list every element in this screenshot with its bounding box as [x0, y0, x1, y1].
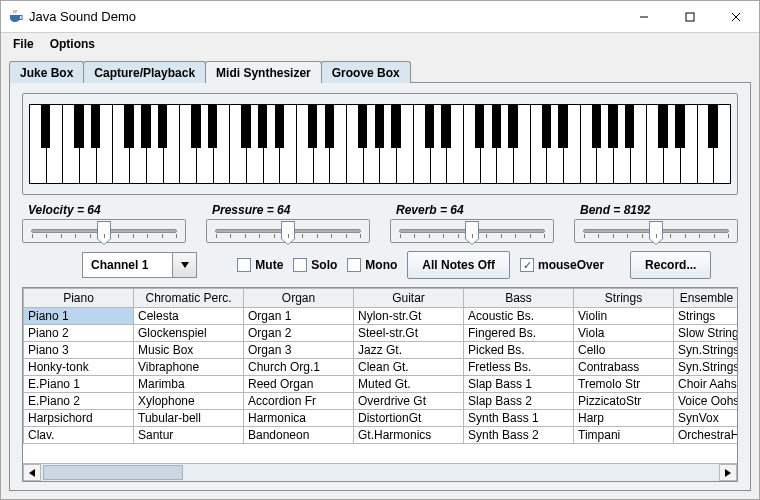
- table-cell[interactable]: Accordion Fr: [244, 393, 354, 410]
- table-cell[interactable]: Gt.Harmonics: [354, 427, 464, 444]
- table-cell[interactable]: Contrabass: [574, 359, 674, 376]
- table-cell[interactable]: Fingered Bs.: [464, 325, 574, 342]
- menu-file[interactable]: File: [7, 35, 40, 53]
- scroll-track[interactable]: [41, 464, 719, 481]
- column-header[interactable]: Piano: [24, 289, 134, 308]
- table-cell[interactable]: Xylophone: [134, 393, 244, 410]
- black-key[interactable]: [258, 105, 267, 148]
- tab-midi[interactable]: Midi Synthesizer: [205, 61, 322, 83]
- table-cell[interactable]: Choir Aahs: [674, 376, 738, 393]
- table-cell[interactable]: Glockenspiel: [134, 325, 244, 342]
- table-row[interactable]: Piano 1CelestaOrgan 1Nylon-str.GtAcousti…: [24, 308, 738, 325]
- table-row[interactable]: E.Piano 1MarimbaReed OrganMuted Gt.Slap …: [24, 376, 738, 393]
- pressure-slider[interactable]: [206, 219, 370, 243]
- table-cell[interactable]: Honky-tonk: [24, 359, 134, 376]
- table-cell[interactable]: Nylon-str.Gt: [354, 308, 464, 325]
- table-cell[interactable]: Voice Oohs: [674, 393, 738, 410]
- table-row[interactable]: Honky-tonkVibraphoneChurch Org.1Clean Gt…: [24, 359, 738, 376]
- black-key[interactable]: [91, 105, 100, 148]
- table-cell[interactable]: Organ 2: [244, 325, 354, 342]
- white-key[interactable]: [581, 105, 598, 183]
- scroll-thumb[interactable]: [43, 465, 183, 480]
- black-key[interactable]: [625, 105, 634, 148]
- column-header[interactable]: Guitar: [354, 289, 464, 308]
- white-key[interactable]: [698, 105, 715, 183]
- table-cell[interactable]: Marimba: [134, 376, 244, 393]
- table-cell[interactable]: Synth Bass 1: [464, 410, 574, 427]
- black-key[interactable]: [208, 105, 217, 148]
- table-cell[interactable]: Strings: [674, 308, 738, 325]
- white-key[interactable]: [464, 105, 481, 183]
- black-key[interactable]: [608, 105, 617, 148]
- column-header[interactable]: Strings: [574, 289, 674, 308]
- table-cell[interactable]: Celesta: [134, 308, 244, 325]
- scroll-right-icon[interactable]: [719, 464, 737, 481]
- white-key[interactable]: [30, 105, 47, 183]
- table-cell[interactable]: Organ 1: [244, 308, 354, 325]
- table-cell[interactable]: Tubular-bell: [134, 410, 244, 427]
- table-cell[interactable]: Picked Bs.: [464, 342, 574, 359]
- table-cell[interactable]: Slap Bass 2: [464, 393, 574, 410]
- column-header[interactable]: Organ: [244, 289, 354, 308]
- table-cell[interactable]: Music Box: [134, 342, 244, 359]
- mono-checkbox[interactable]: Mono: [347, 258, 397, 272]
- black-key[interactable]: [41, 105, 50, 148]
- black-key[interactable]: [592, 105, 601, 148]
- black-key[interactable]: [425, 105, 434, 148]
- table-cell[interactable]: E.Piano 2: [24, 393, 134, 410]
- table-cell[interactable]: Piano 3: [24, 342, 134, 359]
- table-cell[interactable]: Acoustic Bs.: [464, 308, 574, 325]
- table-cell[interactable]: Timpani: [574, 427, 674, 444]
- velocity-slider[interactable]: [22, 219, 186, 243]
- table-cell[interactable]: OrchestraHit: [674, 427, 738, 444]
- black-key[interactable]: [158, 105, 167, 148]
- close-button[interactable]: [713, 2, 759, 32]
- tab-jukebox[interactable]: Juke Box: [9, 61, 84, 83]
- column-header[interactable]: Chromatic Perc.: [134, 289, 244, 308]
- column-header[interactable]: Bass: [464, 289, 574, 308]
- white-key[interactable]: [531, 105, 548, 183]
- white-key[interactable]: [180, 105, 197, 183]
- table-cell[interactable]: DistortionGt: [354, 410, 464, 427]
- table-cell[interactable]: Piano 2: [24, 325, 134, 342]
- table-cell[interactable]: Muted Gt.: [354, 376, 464, 393]
- table-cell[interactable]: Harp: [574, 410, 674, 427]
- table-cell[interactable]: Harmonica: [244, 410, 354, 427]
- black-key[interactable]: [191, 105, 200, 148]
- instrument-table[interactable]: PianoChromatic Perc.OrganGuitarBassStrin…: [23, 288, 737, 463]
- table-cell[interactable]: Piano 1: [24, 308, 134, 325]
- mute-checkbox[interactable]: Mute: [237, 258, 283, 272]
- table-cell[interactable]: PizzicatoStr: [574, 393, 674, 410]
- solo-checkbox[interactable]: Solo: [293, 258, 337, 272]
- table-cell[interactable]: Santur: [134, 427, 244, 444]
- black-key[interactable]: [658, 105, 667, 148]
- black-key[interactable]: [475, 105, 484, 148]
- black-key[interactable]: [675, 105, 684, 148]
- black-key[interactable]: [325, 105, 334, 148]
- table-cell[interactable]: Jazz Gt.: [354, 342, 464, 359]
- table-cell[interactable]: Reed Organ: [244, 376, 354, 393]
- black-key[interactable]: [358, 105, 367, 148]
- column-header[interactable]: Ensemble: [674, 289, 738, 308]
- table-cell[interactable]: Overdrive Gt: [354, 393, 464, 410]
- white-key[interactable]: [414, 105, 431, 183]
- table-row[interactable]: Piano 3Music BoxOrgan 3Jazz Gt.Picked Bs…: [24, 342, 738, 359]
- white-key[interactable]: [647, 105, 664, 183]
- black-key[interactable]: [308, 105, 317, 148]
- table-cell[interactable]: Syn.Strings1: [674, 342, 738, 359]
- table-cell[interactable]: Violin: [574, 308, 674, 325]
- scroll-left-icon[interactable]: [23, 464, 41, 481]
- black-key[interactable]: [542, 105, 551, 148]
- table-cell[interactable]: Steel-str.Gt: [354, 325, 464, 342]
- maximize-button[interactable]: [667, 2, 713, 32]
- black-key[interactable]: [141, 105, 150, 148]
- table-cell[interactable]: Church Org.1: [244, 359, 354, 376]
- black-key[interactable]: [441, 105, 450, 148]
- menu-options[interactable]: Options: [44, 35, 101, 53]
- black-key[interactable]: [708, 105, 717, 148]
- table-cell[interactable]: Organ 3: [244, 342, 354, 359]
- table-row[interactable]: Piano 2GlockenspielOrgan 2Steel-str.GtFi…: [24, 325, 738, 342]
- table-cell[interactable]: Cello: [574, 342, 674, 359]
- black-key[interactable]: [391, 105, 400, 148]
- table-cell[interactable]: Slow Strings: [674, 325, 738, 342]
